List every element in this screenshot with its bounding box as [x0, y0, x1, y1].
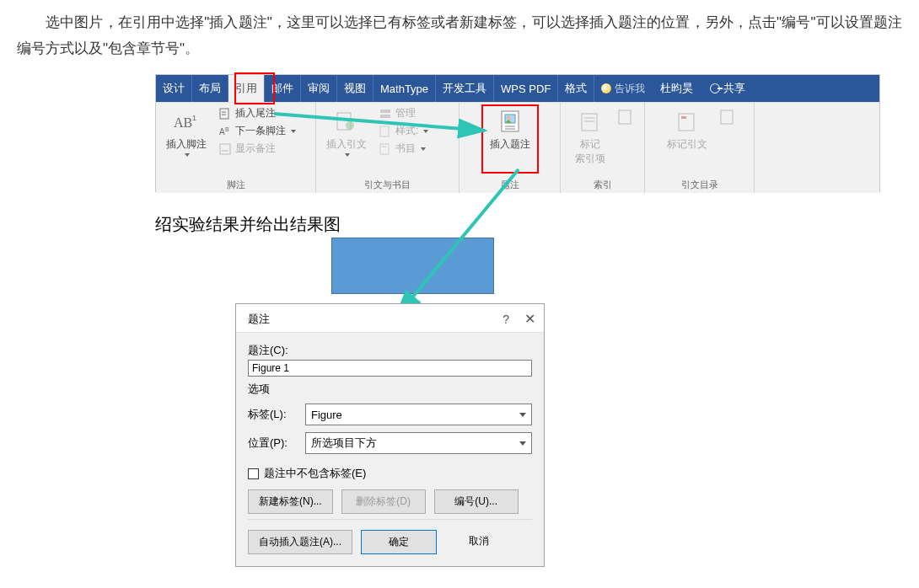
endnote-icon	[218, 107, 232, 120]
caption-dialog: 题注 ? ✕ 题注(C): 选项 标签(L): Figure 位置(P): 所选…	[235, 303, 545, 567]
mark-citation-label: 标记引文	[667, 137, 707, 152]
account-name[interactable]: 杜昀昊	[652, 75, 701, 102]
bibliography-label: 书目	[395, 142, 416, 156]
ribbon-group-footnotes: AB1 插入脚注 插入尾注 AB 下一条脚注	[156, 103, 316, 193]
next-footnote-button[interactable]: AB 下一条脚注	[217, 123, 298, 139]
label-select[interactable]: Figure	[305, 404, 532, 425]
tab-references[interactable]: 引用	[228, 75, 265, 102]
caption-icon	[497, 109, 524, 136]
insert-caption-button[interactable]: 插入题注	[485, 105, 535, 152]
manage-sources-label: 管理	[395, 106, 416, 120]
dialog-close-button[interactable]: ✕	[524, 311, 535, 327]
mark-citation-button[interactable]: 标记引文	[662, 105, 712, 152]
insert-footnote-label: 插入脚注	[166, 137, 207, 152]
new-label-button[interactable]: 新建标签(N)...	[248, 489, 333, 514]
svg-text:A: A	[219, 127, 225, 136]
caption-input[interactable]	[248, 360, 532, 377]
chevron-down-icon	[519, 441, 526, 446]
svg-rect-14	[380, 144, 389, 154]
insert-index-icon	[617, 109, 634, 126]
tab-view[interactable]: 视图	[337, 75, 374, 102]
mark-index-entry-label: 标记 索引项	[575, 137, 605, 166]
position-select[interactable]: 所选项目下方	[305, 432, 532, 454]
bibliography-button[interactable]: 书目	[377, 141, 430, 157]
toa-group-label: 引文目录	[650, 177, 749, 191]
svg-point-18	[507, 116, 510, 120]
share-label: 共享	[723, 81, 745, 96]
tell-me[interactable]: 告诉我	[594, 75, 652, 102]
label-field-label: 标签(L):	[248, 407, 298, 422]
dialog-help-button[interactable]: ?	[502, 313, 509, 326]
tab-devtools[interactable]: 开发工具	[436, 75, 494, 102]
svg-rect-13	[380, 126, 389, 136]
insert-endnote-label: 插入尾注	[235, 106, 276, 120]
svg-rect-27	[721, 110, 733, 124]
next-footnote-icon: AB	[218, 125, 232, 138]
svg-rect-12	[380, 115, 390, 118]
svg-rect-11	[380, 110, 390, 113]
insert-citation-button[interactable]: 插入引文	[321, 105, 372, 157]
share-icon	[710, 83, 720, 94]
exclude-label-checkbox[interactable]	[248, 468, 259, 479]
insert-toa-button[interactable]	[717, 105, 738, 129]
options-section-label: 选项	[248, 377, 532, 400]
tab-wpspdf[interactable]: WPS PDF	[494, 75, 558, 102]
share-button[interactable]: 共享	[701, 75, 754, 102]
footnote-icon: AB1	[173, 109, 200, 136]
svg-text:B: B	[225, 126, 229, 132]
chevron-down-icon	[185, 153, 190, 157]
svg-text:1: 1	[192, 114, 196, 122]
position-field-label: 位置(P):	[248, 436, 298, 451]
dialog-title: 题注	[248, 312, 270, 327]
chevron-down-icon	[519, 413, 526, 417]
insert-toa-icon	[719, 109, 736, 126]
footnotes-group-label: 脚注	[161, 177, 310, 191]
ribbon-group-toa: 标记引文 引文目录	[645, 103, 755, 193]
citation-style-button[interactable]: 样式:	[377, 123, 430, 139]
svg-rect-21	[582, 114, 597, 131]
insert-index-button[interactable]	[615, 105, 636, 129]
ok-button[interactable]: 确定	[361, 530, 437, 554]
chevron-down-icon	[345, 153, 350, 157]
style-icon	[379, 125, 392, 138]
chevron-down-icon	[421, 147, 426, 151]
exclude-label-text: 题注中不包含标签(E)	[264, 466, 366, 481]
bibliography-icon	[379, 142, 392, 156]
svg-text:AB: AB	[174, 115, 192, 130]
intro-paragraph: 选中图片，在引用中选择"插入题注"，这里可以选择已有标签或者新建标签，可以选择插…	[0, 0, 919, 70]
ribbon-tabs: 设计 布局 引用 邮件 审阅 视图 MathType 开发工具 WPS PDF …	[156, 75, 879, 102]
show-notes-button[interactable]: 显示备注	[217, 141, 298, 157]
index-icon	[577, 109, 604, 136]
svg-rect-26	[681, 116, 686, 119]
tab-review[interactable]: 审阅	[301, 75, 337, 102]
chevron-down-icon	[423, 130, 428, 133]
cancel-button[interactable]: 取消	[445, 530, 513, 554]
dialog-titlebar: 题注 ? ✕	[236, 304, 544, 333]
next-footnote-label: 下一条脚注	[235, 124, 286, 138]
mark-index-entry-button[interactable]: 标记 索引项	[570, 105, 610, 166]
manage-sources-button[interactable]: 管理	[377, 105, 430, 121]
tell-me-label: 告诉我	[615, 82, 645, 96]
tab-mathtype[interactable]: MathType	[374, 75, 436, 102]
numbering-button[interactable]: 编号(U)...	[434, 489, 519, 514]
tab-design[interactable]: 设计	[156, 75, 192, 102]
chevron-down-icon	[291, 130, 296, 133]
insert-footnote-button[interactable]: AB1 插入脚注	[161, 105, 212, 157]
selected-image-placeholder[interactable]	[331, 238, 494, 294]
ribbon-body: AB1 插入脚注 插入尾注 AB 下一条脚注	[156, 102, 879, 193]
svg-rect-24	[619, 110, 631, 124]
delete-label-button[interactable]: 删除标签(D)	[341, 489, 426, 514]
tab-layout[interactable]: 布局	[192, 75, 228, 102]
dialog-body: 题注(C): 选项 标签(L): Figure 位置(P): 所选项目下方 题注…	[236, 333, 544, 566]
caption-field-label: 题注(C):	[248, 339, 532, 360]
svg-point-10	[346, 121, 354, 130]
auto-caption-button[interactable]: 自动插入题注(A)...	[248, 530, 352, 554]
tab-format[interactable]: 格式	[558, 75, 594, 102]
position-select-value: 所选项目下方	[311, 436, 377, 451]
insert-endnote-button[interactable]: 插入尾注	[217, 105, 298, 121]
svg-rect-2	[220, 109, 228, 119]
tab-mailings[interactable]: 邮件	[265, 75, 301, 102]
word-ribbon: 设计 布局 引用 邮件 审阅 视图 MathType 开发工具 WPS PDF …	[155, 74, 880, 192]
citations-group-label: 引文与书目	[321, 177, 454, 191]
mark-citation-icon	[674, 109, 701, 136]
